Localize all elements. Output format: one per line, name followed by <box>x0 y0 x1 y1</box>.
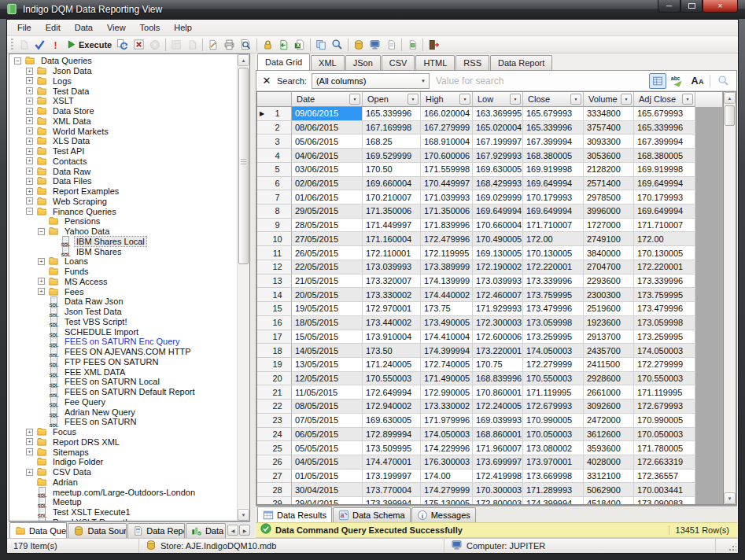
computer-button[interactable] <box>367 37 383 53</box>
cell-volume[interactable]: 2472000 <box>584 414 634 428</box>
expand-icon[interactable]: + <box>26 68 33 75</box>
cell-date[interactable]: 08/05/2015 <box>292 400 363 414</box>
cell-volume[interactable]: 2661000 <box>584 385 634 400</box>
menu-tools[interactable]: Tools <box>133 20 168 35</box>
cell-adj-close[interactable]: 172.663319 <box>634 455 695 470</box>
cell-adj-close[interactable]: 170.990005 <box>634 414 695 428</box>
cell-high[interactable]: 173.490005 <box>421 316 473 330</box>
tree-item-test-api[interactable]: +Test API <box>11 146 236 157</box>
row-header[interactable]: 12 <box>257 260 292 274</box>
tree-item-label[interactable]: FEES ON AJEVANS.COM HTTP <box>63 347 193 356</box>
cell-volume[interactable]: 5062900 <box>584 483 634 497</box>
cell-adj-close[interactable]: 171.119995 <box>634 385 695 400</box>
cell-high[interactable]: 171.559998 <box>421 163 473 177</box>
cell-date[interactable]: 04/06/2015 <box>292 149 363 163</box>
cell-high[interactable]: 173.75 <box>421 302 473 316</box>
cell-open[interactable]: 173.509995 <box>363 441 421 455</box>
row-header[interactable]: 5 <box>257 163 292 177</box>
tree-item-contacts[interactable]: +Contacts <box>11 157 236 167</box>
cell-date[interactable]: 29/04/2015 <box>292 497 363 504</box>
tree-item-adrian-new-query[interactable]: SQLAdrian New Query <box>11 407 236 417</box>
cell-date[interactable]: 22/05/2015 <box>292 260 363 274</box>
search-input[interactable] <box>434 72 644 90</box>
cell-low[interactable]: 163.369995 <box>473 107 523 121</box>
tree-item-label[interactable]: Test XSLT Execute1 <box>51 507 132 517</box>
cell-low[interactable]: 172.240005 <box>473 400 523 414</box>
tree-item-label[interactable]: Indigo Folder <box>51 457 105 466</box>
cell-high[interactable]: 176.300003 <box>421 455 473 470</box>
menu-file[interactable]: File <box>10 20 39 35</box>
tree-item-label[interactable]: Adrian <box>51 477 79 487</box>
cell-high[interactable]: 171.839996 <box>421 219 473 233</box>
menu-view[interactable]: View <box>100 20 133 35</box>
tab-scroll-right-icon[interactable]: ▶ <box>239 525 250 536</box>
cell-open[interactable]: 173.199997 <box>363 470 421 484</box>
cell-high[interactable]: 174.050003 <box>421 428 473 442</box>
clear-search-icon[interactable]: ✕ <box>261 75 272 87</box>
row-header[interactable]: 16 <box>257 316 292 330</box>
cell-close[interactable]: 174.050003 <box>523 344 584 358</box>
tree-item-label[interactable]: XML Data <box>51 116 93 126</box>
cell-close[interactable]: 172.279999 <box>523 358 584 372</box>
cell-high[interactable]: 174.00 <box>421 470 473 484</box>
cell-low[interactable]: 170.75 <box>473 358 523 372</box>
cell-low[interactable]: 170.490005 <box>473 232 523 246</box>
cell-volume[interactable]: 2704700 <box>584 260 634 274</box>
cell-high[interactable]: 172.479996 <box>421 232 473 246</box>
row-header[interactable]: 4 <box>257 149 292 163</box>
tree-item-label[interactable]: FTP FEES ON SATURN <box>63 357 160 367</box>
expand-icon[interactable]: + <box>26 429 33 436</box>
tab-data-report[interactable]: Data Report <box>490 55 552 70</box>
tree-item-xml-data[interactable]: +XML Data <box>11 116 236 127</box>
cell-high[interactable]: 170.449997 <box>421 177 473 191</box>
cell-low[interactable]: 172.419998 <box>473 470 523 484</box>
cell-adj-close[interactable]: 165.339996 <box>634 121 695 135</box>
cell-date[interactable]: 05/06/2015 <box>292 134 363 149</box>
cell-high[interactable]: 167.279999 <box>421 121 473 135</box>
expand-icon[interactable]: + <box>26 98 33 105</box>
tree-item-label[interactable]: IBM Shares <box>75 247 123 256</box>
cell-high[interactable]: 174.399994 <box>421 344 473 358</box>
cell-volume[interactable]: 3334800 <box>584 107 634 121</box>
row-header[interactable]: 9 <box>257 219 292 233</box>
row-header[interactable]: 26 <box>257 455 292 470</box>
cell-low[interactable]: 172.800003 <box>473 497 523 504</box>
cell-close[interactable]: 169.649994 <box>523 177 584 191</box>
cell-high[interactable]: 174.440002 <box>421 288 473 302</box>
tree-item-fees-on-saturn-local[interactable]: SQLFEES on SATURN Local <box>11 377 236 387</box>
tree-item-label[interactable]: meetup.com/Large-Outdoors-London <box>51 488 197 497</box>
tree-item-fees-on-saturn[interactable]: SQLFEES on SATURN <box>11 417 236 427</box>
cell-adj-close[interactable]: 167.399994 <box>634 134 695 149</box>
cell-close[interactable]: 168.380005 <box>523 149 584 163</box>
cell-close[interactable]: 172.679993 <box>523 400 584 414</box>
column-header-adj-close[interactable]: Adj Close▼ <box>634 92 695 107</box>
cell-open[interactable]: 173.320007 <box>363 274 421 289</box>
menu-data[interactable]: Data <box>68 20 100 35</box>
tree-item-world-markets[interactable]: +World Markets <box>11 126 236 136</box>
cell-adj-close[interactable]: 172.36557 <box>634 470 695 484</box>
cell-high[interactable]: 168.910004 <box>421 134 473 149</box>
tree-item-label[interactable]: FEE XML DATA <box>63 367 127 377</box>
cell-adj-close[interactable]: 172.679993 <box>634 400 695 414</box>
tree-item-logs[interactable]: +Logs <box>11 76 236 87</box>
cell-high[interactable]: 171.979996 <box>421 414 473 428</box>
cell-date[interactable]: 12/05/2015 <box>292 372 363 386</box>
row-header[interactable]: 15 <box>257 302 292 316</box>
cell-close[interactable]: 165.679993 <box>523 107 584 121</box>
cell-date[interactable]: 03/06/2015 <box>292 163 363 177</box>
cell-date[interactable]: 19/05/2015 <box>292 302 363 316</box>
cell-volume[interactable]: 3312100 <box>584 470 634 484</box>
tree-item-data-store[interactable]: +Data Store <box>11 106 236 116</box>
tree-item-ms-access[interactable]: +MS Access <box>11 277 236 287</box>
scroll-down-icon[interactable]: ▼ <box>238 509 249 521</box>
menu-edit[interactable]: Edit <box>39 20 68 35</box>
cell-low[interactable]: 172.600006 <box>473 330 523 344</box>
tree-item-xslt[interactable]: +XSLT <box>11 96 236 106</box>
tree-item-label[interactable]: Logs <box>51 76 73 86</box>
tab-rss[interactable]: RSS <box>455 55 489 70</box>
tree-item-csv-data[interactable]: +CSV Data <box>11 467 236 477</box>
tree-item-label[interactable]: Loans <box>63 256 90 266</box>
expand-icon[interactable]: + <box>38 258 45 265</box>
cell-date[interactable]: 01/06/2015 <box>292 190 363 204</box>
tree-item-label[interactable]: Sitemaps <box>51 448 90 457</box>
